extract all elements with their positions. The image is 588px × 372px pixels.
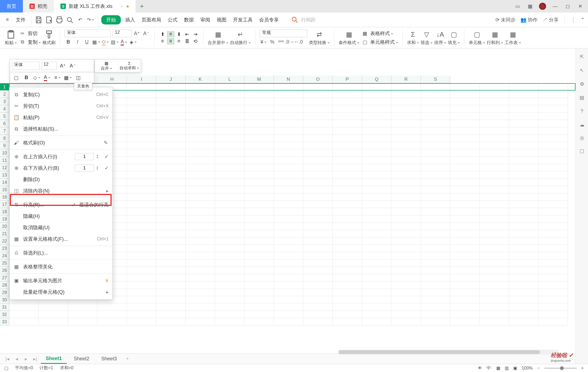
menu-dev[interactable]: 开发工具 <box>231 16 255 24</box>
mini-fillcolor[interactable]: ◇ <box>33 74 41 82</box>
eye-icon[interactable]: 👁 <box>478 366 482 371</box>
row-header[interactable]: 11 <box>0 157 9 164</box>
col-header[interactable]: S <box>421 76 450 83</box>
row-header[interactable]: 13 <box>0 171 9 179</box>
redo-icon[interactable]: ↷ <box>86 16 94 24</box>
row-header[interactable]: 24 <box>0 252 9 259</box>
mini-fontcolor[interactable]: A <box>43 74 51 82</box>
bold-button[interactable]: B <box>65 38 72 46</box>
ctx-format-painter[interactable]: 🖌格式刷(O)✎ <box>10 137 112 148</box>
menu-view[interactable]: 视图 <box>215 16 229 24</box>
view-page-icon[interactable]: ▥ <box>505 365 509 371</box>
align-left[interactable]: ≡ <box>159 38 166 44</box>
sp-select-icon[interactable]: ↖ <box>578 67 586 74</box>
col-header[interactable]: M <box>244 76 274 83</box>
wrap-button[interactable]: ↵自动换行 <box>230 30 251 46</box>
menu-data[interactable]: 数据 <box>182 16 196 24</box>
view-normal-icon[interactable]: ▦ <box>496 365 500 371</box>
row-header[interactable]: 12 <box>0 164 9 171</box>
ctx-paste[interactable]: 📋粘贴(P)Ctrl+V <box>10 112 112 123</box>
type-convert[interactable]: ⇄类型转换 <box>309 30 330 46</box>
menu-file[interactable]: 文件 <box>14 16 28 24</box>
row-header[interactable]: 23 <box>0 245 9 252</box>
row-header[interactable]: 16 <box>0 193 9 201</box>
menu-member[interactable]: 会员专享 <box>257 16 281 24</box>
indent-dec[interactable]: ⇤ <box>183 31 191 37</box>
minimize-button[interactable]: — <box>552 4 559 9</box>
sheet-nav-last[interactable]: ▸| <box>32 356 39 362</box>
sheet-tab-1[interactable]: Sheet1 <box>41 354 67 364</box>
layout-icon[interactable]: ▭ <box>514 3 521 9</box>
zoom-in-button[interactable]: + <box>581 366 584 371</box>
mini-font-size[interactable]: 12 <box>42 62 57 70</box>
row-header[interactable]: 9 <box>0 142 9 149</box>
insert-above-count[interactable] <box>75 153 94 160</box>
collapse-ribbon-icon[interactable]: ⌃ <box>581 17 585 23</box>
row-header[interactable]: 22 <box>0 237 9 245</box>
col-header[interactable]: I <box>127 76 156 83</box>
paste-group[interactable]: 粘贴 <box>5 30 17 46</box>
align-right[interactable]: ≡ <box>175 38 182 44</box>
orientation[interactable]: ⟲ <box>192 38 199 44</box>
sheet-button[interactable]: ▦工作表 <box>505 30 521 46</box>
row-header[interactable]: 30 <box>0 296 9 303</box>
row-header[interactable]: 29 <box>0 289 9 296</box>
indent-inc[interactable]: ⇥ <box>192 31 199 37</box>
sort-button[interactable]: ↓A排序 <box>434 30 446 46</box>
tab-file-active[interactable]: S 新建 XLS 工作表.xls ▫ ● <box>54 0 136 13</box>
grid-icon[interactable]: ▦ <box>526 3 534 9</box>
format-painter[interactable]: 格式刷 <box>42 30 56 46</box>
row-header[interactable]: 8 <box>0 135 9 142</box>
fill-color-button[interactable]: ◇ <box>102 38 109 46</box>
font-name-select[interactable]: 宋体 <box>65 30 111 37</box>
row-header[interactable]: 31 <box>0 303 9 311</box>
row-header[interactable]: 21 <box>0 230 9 237</box>
sp-target-icon[interactable]: ◎ <box>580 135 584 141</box>
menu-insert[interactable]: 插入 <box>123 16 137 24</box>
row-header[interactable]: 4 <box>0 105 9 113</box>
col-header[interactable]: R <box>391 76 421 83</box>
align-top[interactable]: ⬆ <box>159 31 166 37</box>
increase-font-icon[interactable]: A⁺ <box>133 30 141 37</box>
row-header[interactable]: 15 <box>0 186 9 193</box>
currency-icon[interactable]: ¥ <box>260 38 267 46</box>
sp-cloud-icon[interactable]: ☁ <box>578 121 586 128</box>
row-header[interactable]: 28 <box>0 281 9 289</box>
dec-decimal-icon[interactable]: ←.0 <box>295 38 302 46</box>
col-header[interactable]: J <box>156 76 186 83</box>
row-header[interactable]: 27 <box>0 274 9 281</box>
sheet-nav-prev[interactable]: ◂ <box>13 356 20 362</box>
ctx-row-height[interactable]: ⇅ 行高(R)... ⤢最适合的行高 <box>10 199 112 210</box>
mini-inc-font[interactable]: A⁺ <box>59 62 67 70</box>
sum-button[interactable]: Σ求和 <box>407 30 419 46</box>
ctx-copy[interactable]: ⧉复制(C)Ctrl+C <box>10 89 112 100</box>
cut-button[interactable]: ✂剪切 <box>19 30 41 37</box>
ctx-insert-below[interactable]: ⊕在下方插入行(B)▲▼✓ <box>10 162 112 174</box>
col-header[interactable]: K <box>186 76 215 83</box>
search-icon[interactable] <box>291 16 299 24</box>
row-header[interactable]: 33 <box>0 318 9 326</box>
close-button[interactable]: ✕ <box>577 3 584 9</box>
tab-menu-icon[interactable]: ▫ <box>121 4 122 9</box>
menu-page[interactable]: 页面布局 <box>139 16 163 24</box>
sheet-nav-next[interactable]: ▸ <box>22 356 29 362</box>
rowcol-button[interactable]: ▦行和列 <box>487 30 503 46</box>
pattern-button[interactable]: ▨ <box>111 38 118 46</box>
ctx-cut[interactable]: ✂剪切(T)Ctrl+X <box>10 100 112 112</box>
sp-help-icon[interactable]: ? <box>578 108 586 115</box>
col-header[interactable]: O <box>303 76 333 83</box>
avatar[interactable] <box>539 3 546 10</box>
horizontal-scrollbar[interactable] <box>338 350 559 355</box>
col-header[interactable]: N <box>274 76 303 83</box>
filter-button[interactable]: ▽筛选 <box>421 30 433 46</box>
copy-button[interactable]: ⧉复制 <box>19 38 41 46</box>
ctx-clear[interactable]: ◫清除内容(N)▸ <box>10 185 112 197</box>
row-header[interactable]: 2 <box>0 91 9 98</box>
row-header[interactable]: 26 <box>0 267 9 274</box>
insert-below-count[interactable] <box>75 165 94 172</box>
row-header[interactable]: 3 <box>0 98 9 105</box>
sp-layers-icon[interactable]: ▤ <box>578 94 586 101</box>
row-header[interactable]: 14 <box>0 179 9 186</box>
menu-formula[interactable]: 公式 <box>166 16 180 24</box>
zoom-out-button[interactable]: − <box>537 366 540 371</box>
